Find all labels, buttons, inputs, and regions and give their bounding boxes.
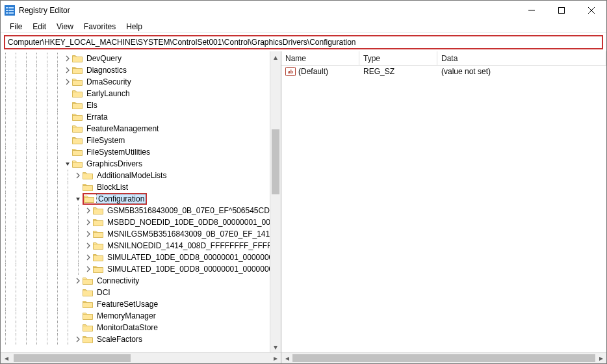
twisty-none	[63, 136, 72, 145]
tree-node[interactable]: EarlyLaunch	[1, 88, 281, 99]
tree-node-label: MemoryManager	[96, 311, 157, 320]
folder-icon	[72, 136, 83, 145]
folder-icon	[93, 241, 103, 250]
tree-node[interactable]: ScaleFactors	[1, 333, 281, 345]
tree-node[interactable]: FeatureSetUsage	[1, 298, 281, 310]
menu-file[interactable]: File	[5, 21, 27, 32]
chevron-right-icon[interactable]	[73, 276, 83, 285]
chevron-right-icon[interactable]	[84, 265, 93, 274]
tree-node-label: DevQuery	[85, 54, 123, 63]
chevron-right-icon[interactable]	[73, 171, 83, 180]
folder-icon	[93, 229, 103, 239]
tree-node[interactable]: FileSystemUtilities	[1, 146, 281, 158]
titlebar: Registry Editor	[1, 1, 606, 20]
tree-node[interactable]: Els	[1, 99, 281, 111]
addressbar-container	[1, 33, 606, 51]
tree-node-label: AdditionalModeLists	[96, 171, 168, 180]
tree-node[interactable]: Configuration	[1, 193, 281, 205]
menu-view[interactable]: View	[51, 21, 79, 32]
tree-node[interactable]: Diagnostics	[1, 64, 281, 76]
chevron-down-icon[interactable]	[63, 159, 72, 168]
tree-vertical-scrollbar[interactable]: ▴ ▾	[270, 51, 281, 352]
col-name[interactable]: Name	[281, 51, 359, 65]
tree-node[interactable]: BlockList	[1, 181, 281, 193]
values-list[interactable]: ab (Default) REG_SZ (value not set)	[281, 66, 606, 352]
menu-help[interactable]: Help	[121, 21, 148, 32]
tree-node[interactable]: GSM5B3516843009_0B_07E0_EF^506545CD7EE52…	[1, 205, 281, 216]
tree-horizontal-scrollbar[interactable]: ◂ ▸	[1, 352, 281, 363]
address-input[interactable]	[4, 35, 603, 49]
chevron-right-icon[interactable]	[73, 335, 83, 344]
tree-node[interactable]: DmaSecurity	[1, 76, 281, 88]
tree-node[interactable]: AdditionalModeLists	[1, 170, 281, 181]
col-type[interactable]: Type	[359, 51, 437, 65]
svg-rect-5	[6, 12, 8, 14]
twisty-none	[73, 323, 83, 332]
maximize-button[interactable]	[547, 1, 576, 20]
svg-rect-2	[9, 7, 14, 8]
tree-node[interactable]: MSBDD_NOEDID_10DE_0DD8_00000001_00000000	[1, 216, 281, 228]
tree-node-label: GraphicsDrivers	[85, 159, 144, 168]
col-data[interactable]: Data	[437, 51, 606, 65]
chevron-right-icon[interactable]	[84, 218, 93, 227]
tree-node[interactable]: DevQuery	[1, 53, 281, 64]
menu-edit[interactable]: Edit	[27, 21, 51, 32]
scroll-thumb[interactable]	[292, 354, 595, 362]
tree-node[interactable]: FileSystem	[1, 135, 281, 146]
menu-favorites[interactable]: Favorites	[79, 21, 121, 32]
tree-node-label: Configuration	[97, 194, 146, 203]
folder-icon	[83, 323, 93, 332]
svg-rect-1	[6, 7, 8, 8]
folder-icon	[83, 171, 93, 180]
value-name-cell: ab (Default)	[281, 67, 359, 76]
values-horizontal-scrollbar[interactable]: ◂ ▸	[281, 352, 606, 363]
value-row[interactable]: ab (Default) REG_SZ (value not set)	[281, 66, 606, 77]
tree-node-label: Diagnostics	[85, 66, 128, 75]
tree-node[interactable]: Errata	[1, 111, 281, 123]
tree-node[interactable]: MemoryManager	[1, 310, 281, 322]
chevron-right-icon[interactable]	[63, 66, 72, 75]
main-split: DevQueryDiagnosticsDmaSecurityEarlyLaunc…	[1, 51, 606, 363]
scroll-right-icon[interactable]: ▸	[595, 353, 606, 363]
tree-node[interactable]: Connectivity	[1, 275, 281, 287]
chevron-right-icon[interactable]	[84, 253, 93, 262]
chevron-right-icon[interactable]	[63, 77, 72, 86]
scroll-up-icon[interactable]: ▴	[270, 51, 281, 62]
close-button[interactable]	[576, 1, 606, 20]
chevron-right-icon[interactable]	[84, 241, 93, 250]
tree-node[interactable]: FeatureManagement	[1, 123, 281, 135]
svg-rect-4	[9, 10, 14, 11]
tree-node-label: MSBDD_NOEDID_10DE_0DD8_00000001_00000000	[106, 218, 281, 227]
tree-scroll[interactable]: DevQueryDiagnosticsDmaSecurityEarlyLaunc…	[1, 51, 281, 352]
scroll-left-icon[interactable]: ◂	[281, 353, 292, 363]
scroll-thumb[interactable]	[272, 129, 279, 194]
twisty-none	[63, 148, 72, 157]
window-title: Registry Editor	[19, 6, 70, 15]
tree-node[interactable]: MSNILGSM5B3516843009_0B_07E0_EF_1414_008…	[1, 228, 281, 240]
tree-node[interactable]: GraphicsDrivers	[1, 158, 281, 170]
folder-icon	[83, 288, 93, 297]
tree-node[interactable]: SIMULATED_10DE_0DD8_00000001_00000000_13…	[1, 263, 281, 275]
app-icon	[5, 5, 15, 16]
minimize-button[interactable]	[517, 1, 547, 20]
tree-node-label: Errata	[85, 112, 109, 122]
folder-icon	[83, 183, 93, 192]
tree-node[interactable]: SIMULATED_10DE_0DD8_00000001_00000000_11…	[1, 252, 281, 263]
tree-node[interactable]: DCI	[1, 287, 281, 298]
tree-node-label: MSNILNOEDID_1414_008D_FFFFFFFF_FFFFFFFF_…	[106, 241, 281, 250]
scroll-thumb[interactable]	[14, 354, 131, 362]
scroll-left-icon[interactable]: ◂	[1, 353, 12, 363]
tree-node[interactable]: MSNILNOEDID_1414_008D_FFFFFFFF_FFFFFFFF_…	[1, 240, 281, 252]
chevron-right-icon[interactable]	[84, 229, 93, 239]
tree-node[interactable]: MonitorDataStore	[1, 322, 281, 333]
chevron-right-icon[interactable]	[84, 206, 93, 215]
chevron-down-icon[interactable]	[73, 194, 83, 203]
folder-icon	[83, 335, 93, 344]
tree-node-label: GSM5B3516843009_0B_07E0_EF^506545CD7EE52…	[106, 206, 281, 215]
scroll-down-icon[interactable]: ▾	[270, 341, 281, 352]
tree-node-label: DCI	[96, 288, 112, 297]
chevron-right-icon[interactable]	[63, 54, 72, 63]
registry-editor-window: Registry Editor File Edit View Favorites…	[0, 0, 607, 364]
tree-pane: DevQueryDiagnosticsDmaSecurityEarlyLaunc…	[1, 51, 281, 363]
scroll-right-icon[interactable]: ▸	[270, 353, 281, 363]
